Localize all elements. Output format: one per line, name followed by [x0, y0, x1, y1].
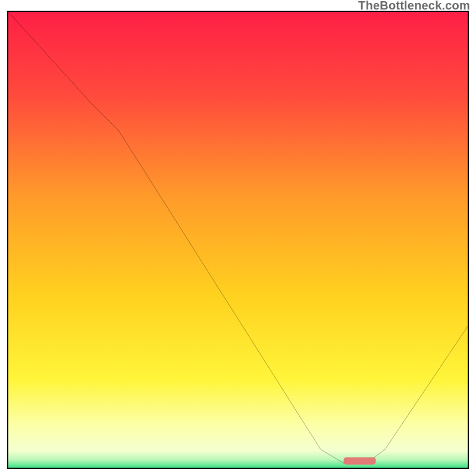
curve-layer	[8, 12, 468, 468]
bottleneck-curve	[8, 12, 468, 463]
bottleneck-chart: TheBottleneck.com	[0, 0, 476, 476]
minimum-marker	[344, 457, 376, 464]
chart-frame	[7, 11, 469, 469]
